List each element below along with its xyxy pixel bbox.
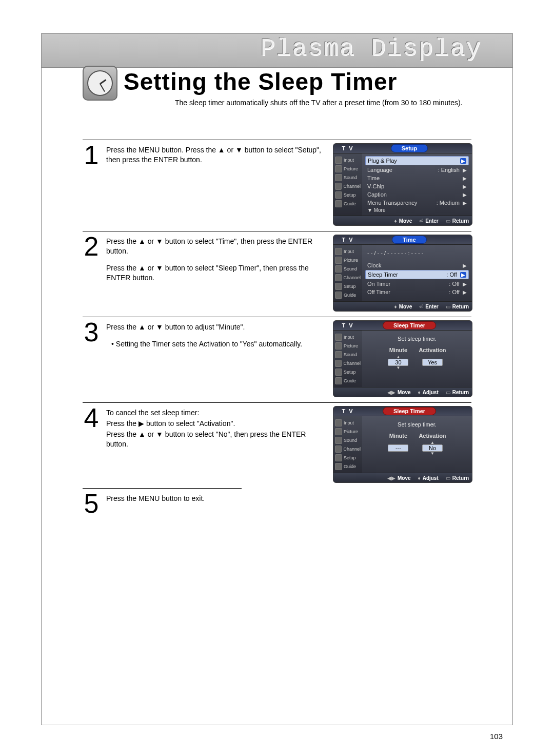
sidebar-item: Input <box>344 335 354 340</box>
menu-item-on-timer[interactable]: On Timer: Off ▶ <box>365 280 469 288</box>
activation-label: Activation <box>419 433 446 439</box>
tv-tag: T V <box>333 237 362 243</box>
step-paragraph: Press the MENU button. Press the ▲ or ▼ … <box>106 145 327 165</box>
hint-enter: ⏎ Enter <box>419 218 439 224</box>
title-row: Setting the Sleep Timer The sleep timer … <box>42 64 512 109</box>
osd-sidebar: Input Picture Sound Channel Setup Guide <box>333 153 362 216</box>
menu-item-caption[interactable]: Caption▶ <box>365 190 469 199</box>
osd-sidebar: Input Picture Sound Channel Setup Guide <box>333 245 362 301</box>
banner-title: Plasma Display <box>261 35 482 63</box>
menu-item-vchip[interactable]: V-Chip▶ <box>365 182 469 190</box>
menu-more[interactable]: ▼ More <box>365 207 469 214</box>
step-paragraph: To cancel the set sleep timer: <box>106 408 327 418</box>
sidebar-item: Input <box>344 249 354 254</box>
activation-value: Yes <box>422 359 443 366</box>
step-number: 5 <box>83 492 100 516</box>
minute-spinner[interactable]: ▲ --- ▼ <box>388 441 408 455</box>
activation-column: Activation ▲ No ▼ <box>419 433 446 455</box>
step-paragraph: • Setting the Timer sets the Activation … <box>106 339 327 349</box>
activation-value: No <box>422 444 443 452</box>
sidebar-item: Guide <box>344 464 356 469</box>
panel-footer: ♦ Move ⏎ Enter ▭ Return <box>333 301 472 311</box>
step-text: Press the MENU button. Press the ▲ or ▼ … <box>106 143 327 172</box>
tv-tag: T V <box>333 322 362 328</box>
panel-title: Sleep Timer <box>383 321 436 329</box>
panel-title: Sleep Timer <box>383 407 436 415</box>
step-paragraph: Press the ▲ or ▼ button to select "Time"… <box>106 237 327 256</box>
step-3: 3 Press the ▲ or ▼ button to adjust "Min… <box>83 317 471 402</box>
minute-spinner[interactable]: ▲ 30 ▼ <box>388 355 408 370</box>
sidebar-item: Sound <box>344 352 357 357</box>
panel-message: Set sleep timer. <box>365 333 469 345</box>
sidebar-item: Picture <box>344 258 358 263</box>
activation-spinner[interactable]: ▲ Yes ▼ <box>422 355 443 370</box>
hint-return: ▭ Return <box>446 304 469 309</box>
tv-tag: T V <box>333 408 362 414</box>
menu-item-time[interactable]: Time▶ <box>365 174 469 182</box>
step-paragraph: Press the MENU button to exit. <box>106 494 242 503</box>
osd-main: - - / - - / - - - - - - : - - - - Clock▶… <box>362 245 472 301</box>
steps-container: 1 Press the MENU button. Press the ▲ or … <box>42 109 512 521</box>
menu-item-transparency[interactable]: Menu Transparency: Medium ▶ <box>365 199 469 207</box>
minute-label: Minute <box>389 347 407 353</box>
up-arrow-icon: ▲ <box>396 355 400 359</box>
activation-label: Activation <box>419 347 446 353</box>
step-number: 1 <box>83 143 100 167</box>
sidebar-item: Input <box>344 158 354 163</box>
page-title: Setting the Sleep Timer <box>124 64 512 95</box>
panel-title: Setup <box>391 144 428 152</box>
sidebar-item: Input <box>344 420 354 425</box>
sidebar-item: Guide <box>344 201 356 206</box>
activation-column: Activation ▲ Yes ▼ <box>419 347 446 370</box>
minute-value: 30 <box>388 359 408 366</box>
minute-column: Minute ▲ 30 ▼ <box>388 347 408 370</box>
menu-item-sleep-timer[interactable]: Sleep Timer: Off ▶ <box>365 270 469 279</box>
minute-column: Minute ▲ --- ▼ <box>388 433 408 455</box>
sidebar-item: Guide <box>344 293 356 298</box>
step-5: 5 Press the MENU button to exit. <box>83 488 242 521</box>
menu-item-off-timer[interactable]: Off Timer: Off ▶ <box>365 288 469 296</box>
down-arrow-icon: ▼ <box>396 366 400 370</box>
sidebar-item: Picture <box>344 429 358 434</box>
panel-title: Time <box>392 236 426 244</box>
hint-move: ♦ Move <box>394 218 412 224</box>
banner: Plasma Display <box>42 34 512 68</box>
osd-main: Plug & Play▶ Language: English ▶ Time▶ V… <box>362 153 472 216</box>
hint-return: ▭ Return <box>446 218 469 224</box>
step-text: Press the ▲ or ▼ button to select "Time"… <box>106 235 327 290</box>
sidebar-item: Channel <box>343 275 361 280</box>
clock-display: - - / - - / - - - - - - : - - - - <box>365 247 469 261</box>
step-2: 2 Press the ▲ or ▼ button to select "Tim… <box>83 231 471 317</box>
sidebar-item: Channel <box>343 361 361 366</box>
content-frame: Plasma Display Setting the Sleep Timer T… <box>41 33 513 725</box>
sidebar-item: Setup <box>344 284 356 289</box>
osd-setup: T V Setup Input Picture Sound Channel Se… <box>333 143 471 226</box>
step-text: To cancel the set sleep timer: Press the… <box>106 406 327 456</box>
sidebar-item: Guide <box>344 378 356 383</box>
step-paragraph: Press the ▲ or ▼ button to select "No", … <box>106 430 327 449</box>
step-text: Press the MENU button to exit. <box>106 492 242 511</box>
hint-return: ▭ Return <box>446 475 469 481</box>
menu-item-language[interactable]: Language: English ▶ <box>365 166 469 174</box>
step-text: Press the ▲ or ▼ button to adjust "Minut… <box>106 320 327 356</box>
sidebar-item: Picture <box>344 343 358 348</box>
step-paragraph: Press the ▲ or ▼ button to adjust "Minut… <box>106 322 327 332</box>
hint-enter: ⏎ Enter <box>419 304 439 309</box>
step-number: 2 <box>83 235 100 259</box>
sidebar-item: Channel <box>343 184 361 189</box>
panel-message: Set sleep timer. <box>365 418 469 431</box>
down-arrow-icon: ▼ <box>430 452 434 455</box>
minute-value: --- <box>388 444 408 452</box>
activation-spinner[interactable]: ▲ No ▼ <box>422 441 443 455</box>
step-1: 1 Press the MENU button. Press the ▲ or … <box>83 140 471 231</box>
hint-move: ◀▶ Move <box>387 475 411 481</box>
hint-return: ▭ Return <box>446 390 469 395</box>
menu-item-plug-play[interactable]: Plug & Play▶ <box>365 156 469 165</box>
hint-adjust: ♦ Adjust <box>418 475 439 481</box>
osd-main: Set sleep timer. Minute ▲ --- ▼ <box>362 416 472 473</box>
osd-sidebar: Input Picture Sound Channel Setup Guide <box>333 416 362 473</box>
sidebar-item: Channel <box>343 447 361 452</box>
menu-item-clock[interactable]: Clock▶ <box>365 261 469 269</box>
hint-adjust: ♦ Adjust <box>418 390 439 395</box>
step-4: 4 To cancel the set sleep timer: Press t… <box>83 402 471 488</box>
